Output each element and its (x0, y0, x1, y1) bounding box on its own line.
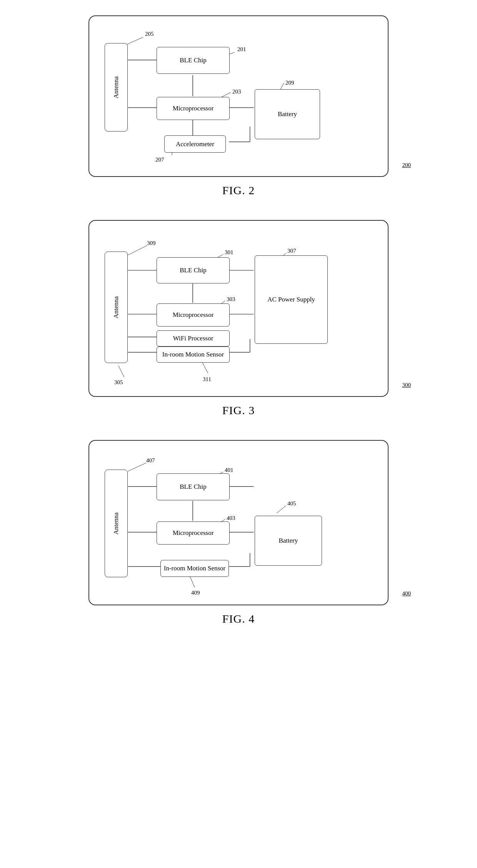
fig3-diagram: 300 (88, 220, 389, 397)
fig3-ref-303: 303 (227, 296, 235, 303)
fig3-label: FIG. 3 (222, 404, 255, 417)
fig3-ble-chip: BLE Chip (157, 257, 230, 283)
fig3-ref-309: 309 (147, 240, 156, 247)
fig3-power: AC Power Supply (255, 255, 328, 344)
fig2-battery: Battery (255, 89, 320, 139)
figure-3-section: 300 (23, 220, 454, 417)
fig4-antenna: Antenna (105, 470, 128, 577)
fig2-microprocessor: Microprocessor (157, 97, 230, 120)
fig3-ref-305: 305 (114, 379, 123, 386)
fig3-svg (89, 221, 388, 396)
svg-line-7 (126, 37, 143, 45)
fig4-ref-409: 409 (191, 590, 200, 596)
fig4-diagram: 400 Antenna (88, 440, 389, 605)
fig4-ref-400: 400 (402, 590, 411, 597)
fig4-ref-407: 407 (146, 457, 155, 464)
figure-4-section: 400 Antenna (23, 440, 454, 625)
fig2-ref-201: 201 (237, 46, 246, 53)
fig2-ble-chip: BLE Chip (157, 47, 230, 74)
fig4-svg (89, 441, 388, 605)
fig3-ref-300: 300 (402, 382, 411, 388)
fig3-antenna: Antenna (105, 252, 128, 363)
svg-line-38 (277, 505, 286, 513)
svg-line-25 (118, 366, 124, 377)
fig3-microprocessor: Microprocessor (157, 303, 230, 327)
fig2-ref-203: 203 (232, 88, 241, 95)
fig2-ref-207: 207 (155, 157, 164, 163)
fig2-accelerometer: Accelerometer (164, 135, 226, 153)
fig4-ref-405: 405 (287, 500, 296, 507)
fig3-wifi: WiFi Processor (157, 330, 230, 347)
fig2-svg (89, 16, 388, 176)
fig4-ble-chip: BLE Chip (157, 473, 230, 500)
fig4-label: FIG. 4 (222, 612, 255, 625)
fig4-ref-403: 403 (227, 515, 235, 521)
fig4-microprocessor: Microprocessor (157, 521, 230, 545)
fig2-ref-200: 200 (402, 162, 411, 168)
fig3-motion: In-room Motion Sensor (157, 347, 230, 363)
fig3-ref-311: 311 (203, 376, 211, 383)
fig2-diagram: 200 An (88, 15, 389, 177)
fig4-motion: In-room Motion Sensor (160, 560, 229, 577)
fig4-ref-401: 401 (225, 467, 233, 473)
svg-line-21 (128, 245, 147, 255)
fig3-ref-307: 307 (287, 248, 296, 254)
fig3-ref-301: 301 (225, 249, 233, 256)
fig2-ref-205: 205 (145, 31, 154, 37)
fig2-antenna: Antenna (105, 43, 128, 132)
fig2-ref-209: 209 (285, 80, 294, 86)
svg-line-35 (128, 463, 147, 471)
figure-2-section: 200 An (23, 15, 454, 197)
fig4-battery: Battery (255, 516, 322, 566)
fig2-label: FIG. 2 (222, 184, 255, 197)
